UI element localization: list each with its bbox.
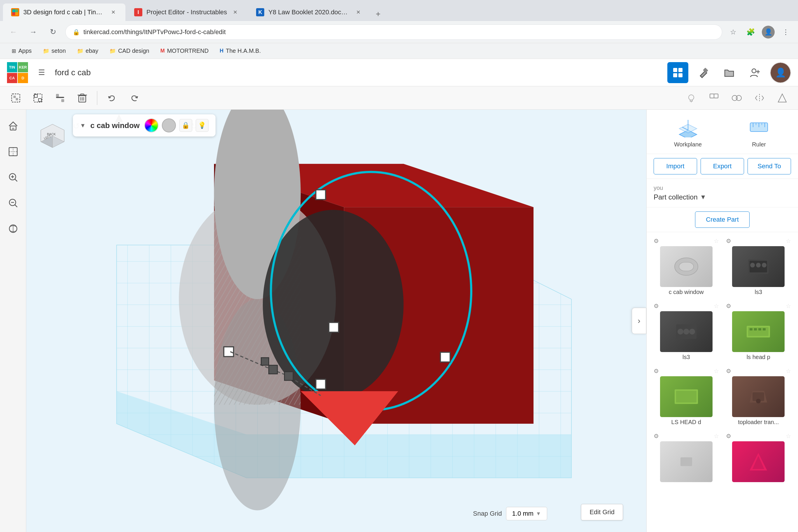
url-box[interactable]: 🔒 tinkercad.com/things/ItNPTvPowcJ-ford-…: [65, 24, 722, 40]
svg-line-47: [15, 205, 17, 207]
share-button[interactable]: [744, 62, 765, 83]
color-picker-multicolor[interactable]: [145, 118, 158, 132]
svg-rect-73: [329, 323, 338, 332]
svg-rect-91: [679, 262, 694, 271]
bookmark-apps[interactable]: ⊞ Apps: [7, 45, 36, 57]
part-star-icon-1[interactable]: ☆: [714, 238, 719, 244]
align-button[interactable]: [50, 88, 70, 108]
part-gear-icon-2[interactable]: ⚙: [726, 238, 731, 244]
part-item-c-cab-window[interactable]: ⚙ ☆ c cab window: [651, 235, 721, 298]
part-star-icon-4[interactable]: ☆: [786, 302, 791, 309]
extensions-button[interactable]: 🧩: [744, 26, 757, 38]
viewport[interactable]: BACK LEFT ↺ ↻: [26, 110, 646, 532]
perspective-button[interactable]: [3, 218, 24, 239]
menu-button[interactable]: ⋮: [779, 26, 792, 38]
part-item-ls-head-d[interactable]: ⚙ ☆ LS HEAD d: [651, 365, 721, 428]
grid-view-button[interactable]: [667, 62, 688, 83]
parts-grid[interactable]: ⚙ ☆ c cab window ⚙ ☆: [647, 232, 798, 532]
shapes-button[interactable]: [704, 88, 724, 108]
snap-grid-value-selector[interactable]: 1.0 mm ▼: [506, 507, 547, 520]
edit-mode-button[interactable]: [693, 62, 714, 83]
profile-button[interactable]: 👤: [762, 26, 775, 38]
part-star-icon-2[interactable]: ☆: [786, 238, 791, 244]
part-gear-icon-8[interactable]: ⚙: [726, 433, 731, 439]
edit-grid-button[interactable]: Edit Grid: [581, 504, 623, 520]
color-picker-grey[interactable]: [162, 118, 176, 132]
svg-rect-1: [15, 10, 18, 12]
bookmark-ebay[interactable]: 📁 ebay: [72, 45, 103, 57]
tinkercad-logo[interactable]: TIN KER CA D: [7, 62, 28, 83]
part-gear-icon-3[interactable]: ⚙: [653, 302, 659, 309]
svg-rect-0: [12, 10, 15, 12]
part-item-toploader[interactable]: ⚙ ☆ toploader tran...: [724, 365, 794, 428]
group-button[interactable]: [6, 88, 26, 108]
panel-toggle-chevron[interactable]: ›: [632, 308, 646, 334]
part-gear-icon-7[interactable]: ⚙: [653, 433, 659, 439]
ungroup-button[interactable]: [28, 88, 48, 108]
forward-button[interactable]: →: [26, 24, 41, 40]
panel-collapse-arrow[interactable]: ▼: [80, 122, 86, 129]
part-item-7[interactable]: ⚙ ☆: [651, 430, 721, 486]
sendto-button[interactable]: Send To: [747, 158, 791, 174]
export-button[interactable]: Export: [701, 158, 744, 174]
bookmark-star-button[interactable]: ☆: [727, 26, 740, 38]
project-title[interactable]: ford c cab: [55, 68, 662, 77]
user-avatar[interactable]: 👤: [770, 62, 791, 83]
svg-point-27: [689, 95, 694, 100]
mirror-button[interactable]: [772, 88, 792, 108]
part-gear-icon-1[interactable]: ⚙: [653, 238, 659, 244]
tab-close-pdf[interactable]: ✕: [354, 8, 362, 16]
bookmark-motortrend[interactable]: M MOTORTREND: [156, 45, 213, 57]
create-part-button[interactable]: Create Part: [695, 211, 749, 228]
tab-tinkercad[interactable]: 3D design ford c cab | Tinkercad ✕: [3, 3, 126, 21]
part-gear-icon-5[interactable]: ⚙: [653, 367, 659, 375]
ruler-tool[interactable]: Ruler: [747, 115, 771, 148]
part-item-ls-head-p[interactable]: ⚙ ☆ ls head p: [724, 300, 794, 363]
part-item-ls3-2[interactable]: ⚙ ☆ ls3: [651, 300, 721, 363]
svg-rect-71: [224, 347, 233, 356]
right-panel-tools: Workplane: [647, 110, 798, 154]
object-lock-button[interactable]: 🔒: [179, 119, 192, 132]
part-gear-icon-6[interactable]: ⚙: [726, 367, 731, 375]
reload-button[interactable]: ↻: [45, 24, 61, 40]
tab-close-instructables[interactable]: ✕: [231, 8, 239, 16]
round-shapes-button[interactable]: [727, 88, 747, 108]
tab-title-tinkercad: 3D design ford c cab | Tinkercad: [23, 8, 105, 16]
hamburger-menu-button[interactable]: ☰: [34, 65, 49, 80]
redo-button[interactable]: [124, 88, 144, 108]
tab-bar: 3D design ford c cab | Tinkercad ✕ I Pro…: [0, 0, 798, 21]
collection-selector[interactable]: Part collection ▼: [653, 193, 791, 201]
bookmark-cad[interactable]: 📁 CAD design: [105, 45, 154, 57]
home-button[interactable]: [3, 115, 24, 136]
tab-close-tinkercad[interactable]: ✕: [109, 8, 117, 16]
zoom-in-button[interactable]: [3, 167, 24, 188]
part-star-icon-6[interactable]: ☆: [786, 367, 791, 375]
part-gear-icon-4[interactable]: ⚙: [726, 302, 731, 309]
svg-rect-69: [316, 190, 325, 200]
object-visibility-button[interactable]: 💡: [196, 119, 209, 132]
help-button[interactable]: [681, 88, 701, 108]
part-item-ls3-1[interactable]: ⚙ ☆ ls3: [724, 235, 794, 298]
tab-instructables[interactable]: I Project Editor - Instructables ✕: [126, 3, 247, 21]
undo-button[interactable]: [102, 88, 122, 108]
part-star-icon-3[interactable]: ☆: [714, 302, 719, 309]
new-tab-button[interactable]: +: [371, 7, 385, 21]
delete-button[interactable]: [72, 88, 92, 108]
bookmark-hamb[interactable]: H The H.A.M.B.: [215, 45, 265, 57]
flip-button[interactable]: [749, 88, 770, 108]
zoom-out-button[interactable]: [3, 192, 24, 213]
folder-button[interactable]: [719, 62, 740, 83]
workplane-tool[interactable]: Workplane: [674, 115, 702, 148]
part-star-icon-7[interactable]: ☆: [714, 433, 719, 439]
tab-pdf[interactable]: K Y8 Law Booklet 2020.docx.pdf ✕: [248, 3, 370, 21]
part-star-icon-5[interactable]: ☆: [714, 367, 719, 375]
fit-view-button[interactable]: [3, 141, 24, 162]
bookmark-seton[interactable]: 📁 seton: [38, 45, 71, 57]
part-star-icon-8[interactable]: ☆: [786, 433, 791, 439]
import-button[interactable]: Import: [653, 158, 697, 174]
part-item-8[interactable]: ⚙ ☆: [724, 430, 794, 486]
back-button[interactable]: ←: [6, 24, 21, 40]
bookmark-apps-label: Apps: [18, 48, 32, 54]
svg-rect-79: [261, 358, 269, 365]
url-text: tinkercad.com/things/ItNPTvPowcJ-ford-c-…: [83, 28, 715, 36]
